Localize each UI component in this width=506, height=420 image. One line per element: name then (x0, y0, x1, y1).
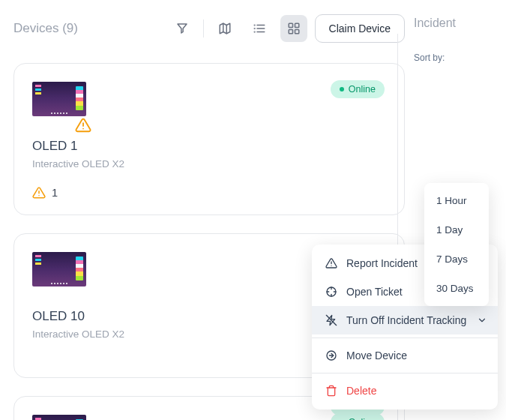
duration-option-7days[interactable]: 7 Days (424, 244, 489, 274)
map-icon (218, 22, 232, 35)
device-thumbnail (32, 82, 86, 116)
ctx-turn-off-tracking[interactable]: Turn Off Incident Tracking (312, 306, 498, 334)
status-badge: Online (331, 413, 385, 420)
claim-device-button[interactable]: Claim Device (315, 14, 405, 43)
zap-off-icon (325, 314, 337, 326)
svg-point-8 (254, 32, 255, 32)
svg-rect-11 (289, 30, 292, 34)
ctx-label: Report Incident (346, 257, 418, 269)
ctx-delete[interactable]: Delete (312, 376, 498, 405)
ctx-divider (312, 373, 498, 374)
alert-triangle-icon (75, 117, 91, 134)
sort-by-label[interactable]: Sort by: (414, 52, 506, 63)
ctx-divider (312, 338, 498, 338)
toolbar-separator (203, 20, 204, 38)
page-title: Devices (9) (13, 21, 78, 36)
duration-option-1day[interactable]: 1 Day (424, 215, 489, 244)
svg-point-6 (254, 25, 255, 26)
svg-point-7 (254, 28, 255, 29)
chevron-down-icon (477, 315, 487, 326)
duration-submenu: 1 Hour 1 Day 7 Days 30 Days (424, 183, 489, 306)
ctx-label: Delete (346, 385, 376, 397)
status-badge: Online (331, 80, 385, 98)
svg-marker-0 (220, 23, 230, 34)
duration-option-1hour[interactable]: 1 Hour (424, 186, 489, 215)
incident-count: 1 (52, 187, 58, 199)
svg-rect-9 (289, 23, 292, 27)
ctx-label: Open Ticket (346, 286, 403, 298)
status-dot (340, 87, 344, 92)
incident-count-row[interactable]: 1 (32, 186, 386, 200)
alert-triangle-icon (32, 186, 46, 200)
ctx-label: Move Device (346, 350, 407, 362)
ctx-label: Turn Off Incident Tracking (346, 314, 466, 326)
list-view-button[interactable] (246, 15, 273, 42)
crosshair-icon (325, 286, 337, 298)
map-view-button[interactable] (211, 15, 238, 42)
status-label: Online (349, 417, 376, 420)
move-icon (325, 350, 337, 362)
grid-view-button[interactable] (280, 15, 307, 42)
status-label: Online (349, 84, 376, 94)
device-card[interactable]: Online OLED 1 Interactive OLED X2 1 (13, 63, 405, 215)
incidents-heading: Incident (414, 16, 506, 30)
grid-icon (287, 22, 301, 35)
list-icon (253, 22, 266, 35)
devices-toolbar: Devices (9) (13, 14, 405, 44)
device-thumbnail (32, 415, 86, 420)
trash-icon (325, 385, 337, 397)
alert-triangle-icon (325, 257, 337, 269)
filter-button[interactable] (169, 15, 196, 42)
device-thumbnail (32, 252, 86, 286)
duration-option-30days[interactable]: 30 Days (424, 274, 489, 303)
ctx-move-device[interactable]: Move Device (312, 341, 498, 370)
device-name: OLED 1 (32, 139, 386, 154)
filter-icon (175, 22, 189, 35)
svg-rect-10 (295, 23, 298, 27)
svg-rect-12 (295, 30, 298, 34)
side-alert-icon[interactable] (75, 117, 91, 134)
device-model: Interactive OLED X2 (32, 158, 386, 170)
